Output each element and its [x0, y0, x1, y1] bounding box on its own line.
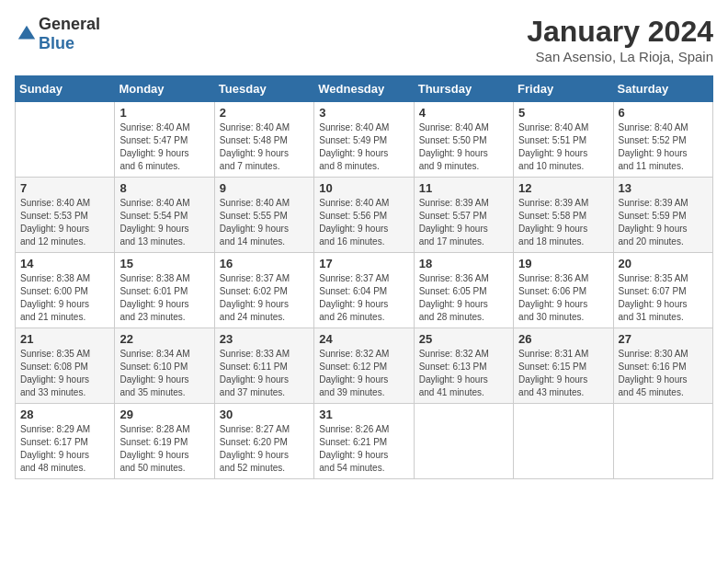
day-info: Sunrise: 8:39 AMSunset: 5:57 PMDaylight:…	[419, 197, 508, 248]
calendar-cell	[414, 404, 513, 479]
calendar-cell	[613, 404, 712, 479]
day-info: Sunrise: 8:40 AMSunset: 5:51 PMDaylight:…	[518, 121, 608, 173]
weekday-header-wednesday: Wednesday	[314, 76, 414, 102]
day-number: 11	[419, 181, 508, 195]
day-number: 16	[220, 257, 309, 270]
month-title: January 2024	[527, 15, 713, 49]
day-number: 17	[319, 257, 408, 270]
calendar-cell: 23Sunrise: 8:33 AMSunset: 6:11 PMDayligh…	[214, 328, 313, 404]
weekday-header-tuesday: Tuesday	[214, 76, 313, 102]
day-info: Sunrise: 8:31 AMSunset: 6:15 PMDaylight:…	[518, 348, 608, 399]
day-info: Sunrise: 8:39 AMSunset: 5:58 PMDaylight:…	[518, 197, 608, 248]
day-number: 19	[518, 257, 608, 270]
day-number: 8	[119, 181, 209, 195]
day-number: 6	[619, 106, 708, 120]
day-info: Sunrise: 8:40 AMSunset: 5:47 PMDaylight:…	[119, 121, 209, 173]
day-number: 22	[119, 332, 209, 346]
day-info: Sunrise: 8:38 AMSunset: 6:01 PMDaylight:…	[119, 272, 209, 324]
day-number: 12	[518, 181, 608, 195]
day-info: Sunrise: 8:40 AMSunset: 5:48 PMDaylight:…	[220, 121, 309, 173]
calendar-cell: 31Sunrise: 8:26 AMSunset: 6:21 PMDayligh…	[314, 404, 414, 479]
day-info: Sunrise: 8:33 AMSunset: 6:11 PMDaylight:…	[220, 348, 309, 399]
logo: General Blue	[15, 15, 100, 53]
day-info: Sunrise: 8:26 AMSunset: 6:21 PMDaylight:…	[319, 423, 408, 475]
calendar-cell: 3Sunrise: 8:40 AMSunset: 5:49 PMDaylight…	[314, 102, 414, 178]
day-number: 9	[220, 181, 309, 195]
day-number: 20	[619, 257, 708, 270]
day-info: Sunrise: 8:40 AMSunset: 5:53 PMDaylight:…	[20, 197, 109, 248]
calendar-cell	[16, 102, 115, 178]
calendar-week-row: 28Sunrise: 8:29 AMSunset: 6:17 PMDayligh…	[16, 404, 713, 479]
calendar-cell: 19Sunrise: 8:36 AMSunset: 6:06 PMDayligh…	[514, 253, 613, 328]
day-info: Sunrise: 8:29 AMSunset: 6:17 PMDaylight:…	[20, 423, 109, 475]
calendar-cell: 5Sunrise: 8:40 AMSunset: 5:51 PMDaylight…	[514, 102, 613, 178]
day-number: 25	[419, 332, 508, 346]
day-number: 4	[419, 106, 508, 120]
calendar-cell: 29Sunrise: 8:28 AMSunset: 6:19 PMDayligh…	[115, 404, 214, 479]
calendar-cell: 6Sunrise: 8:40 AMSunset: 5:52 PMDaylight…	[613, 102, 712, 178]
day-number: 2	[220, 106, 309, 120]
day-number: 30	[220, 408, 309, 421]
title-area: January 2024 San Asensio, La Rioja, Spai…	[527, 15, 713, 64]
header: General Blue January 2024 San Asensio, L…	[15, 15, 713, 64]
calendar-body: 1Sunrise: 8:40 AMSunset: 5:47 PMDaylight…	[16, 102, 713, 479]
day-info: Sunrise: 8:37 AMSunset: 6:04 PMDaylight:…	[319, 272, 408, 324]
day-number: 18	[419, 257, 508, 270]
calendar-header: SundayMondayTuesdayWednesdayThursdayFrid…	[16, 76, 713, 102]
day-number: 5	[518, 106, 608, 120]
day-number: 15	[119, 257, 209, 270]
day-number: 14	[20, 257, 109, 270]
day-info: Sunrise: 8:37 AMSunset: 6:02 PMDaylight:…	[220, 272, 309, 324]
weekday-header-thursday: Thursday	[414, 76, 513, 102]
day-info: Sunrise: 8:35 AMSunset: 6:07 PMDaylight:…	[619, 272, 708, 324]
day-info: Sunrise: 8:40 AMSunset: 5:52 PMDaylight:…	[619, 121, 708, 173]
calendar-cell: 4Sunrise: 8:40 AMSunset: 5:50 PMDaylight…	[414, 102, 513, 178]
calendar-cell: 21Sunrise: 8:35 AMSunset: 6:08 PMDayligh…	[16, 328, 115, 404]
day-number: 31	[319, 408, 408, 421]
calendar-cell: 18Sunrise: 8:36 AMSunset: 6:05 PMDayligh…	[414, 253, 513, 328]
calendar-cell: 28Sunrise: 8:29 AMSunset: 6:17 PMDayligh…	[16, 404, 115, 479]
calendar-cell: 10Sunrise: 8:40 AMSunset: 5:56 PMDayligh…	[314, 178, 414, 253]
calendar-cell: 11Sunrise: 8:39 AMSunset: 5:57 PMDayligh…	[414, 178, 513, 253]
day-number: 29	[119, 408, 209, 421]
day-number: 13	[619, 181, 708, 195]
day-number: 3	[319, 106, 408, 120]
calendar-week-row: 14Sunrise: 8:38 AMSunset: 6:00 PMDayligh…	[16, 253, 713, 328]
day-info: Sunrise: 8:36 AMSunset: 6:05 PMDaylight:…	[419, 272, 508, 324]
day-number: 7	[20, 181, 109, 195]
day-number: 26	[518, 332, 608, 346]
day-info: Sunrise: 8:35 AMSunset: 6:08 PMDaylight:…	[20, 348, 109, 399]
day-info: Sunrise: 8:34 AMSunset: 6:10 PMDaylight:…	[119, 348, 209, 399]
day-info: Sunrise: 8:32 AMSunset: 6:13 PMDaylight:…	[419, 348, 508, 399]
calendar-cell: 1Sunrise: 8:40 AMSunset: 5:47 PMDaylight…	[115, 102, 214, 178]
calendar-cell: 30Sunrise: 8:27 AMSunset: 6:20 PMDayligh…	[214, 404, 313, 479]
day-info: Sunrise: 8:28 AMSunset: 6:19 PMDaylight:…	[119, 423, 209, 475]
calendar-cell: 17Sunrise: 8:37 AMSunset: 6:04 PMDayligh…	[314, 253, 414, 328]
day-info: Sunrise: 8:40 AMSunset: 5:50 PMDaylight:…	[419, 121, 508, 173]
calendar-cell: 7Sunrise: 8:40 AMSunset: 5:53 PMDaylight…	[16, 178, 115, 253]
calendar-cell: 8Sunrise: 8:40 AMSunset: 5:54 PMDaylight…	[115, 178, 214, 253]
day-number: 27	[619, 332, 708, 346]
calendar-cell: 13Sunrise: 8:39 AMSunset: 5:59 PMDayligh…	[613, 178, 712, 253]
day-info: Sunrise: 8:40 AMSunset: 5:55 PMDaylight:…	[220, 197, 309, 248]
weekday-header-friday: Friday	[514, 76, 613, 102]
calendar-cell: 2Sunrise: 8:40 AMSunset: 5:48 PMDaylight…	[214, 102, 313, 178]
calendar-cell: 20Sunrise: 8:35 AMSunset: 6:07 PMDayligh…	[613, 253, 712, 328]
calendar-cell: 26Sunrise: 8:31 AMSunset: 6:15 PMDayligh…	[514, 328, 613, 404]
general-blue-icon	[17, 24, 37, 44]
calendar-cell: 24Sunrise: 8:32 AMSunset: 6:12 PMDayligh…	[314, 328, 414, 404]
calendar-cell: 9Sunrise: 8:40 AMSunset: 5:55 PMDaylight…	[214, 178, 313, 253]
calendar-week-row: 7Sunrise: 8:40 AMSunset: 5:53 PMDaylight…	[16, 178, 713, 253]
day-info: Sunrise: 8:30 AMSunset: 6:16 PMDaylight:…	[619, 348, 708, 399]
svg-marker-0	[18, 26, 35, 40]
calendar-week-row: 1Sunrise: 8:40 AMSunset: 5:47 PMDaylight…	[16, 102, 713, 178]
location-subtitle: San Asensio, La Rioja, Spain	[527, 49, 713, 64]
calendar-cell: 12Sunrise: 8:39 AMSunset: 5:58 PMDayligh…	[514, 178, 613, 253]
day-number: 23	[220, 332, 309, 346]
calendar-cell: 15Sunrise: 8:38 AMSunset: 6:01 PMDayligh…	[115, 253, 214, 328]
calendar-week-row: 21Sunrise: 8:35 AMSunset: 6:08 PMDayligh…	[16, 328, 713, 404]
day-info: Sunrise: 8:32 AMSunset: 6:12 PMDaylight:…	[319, 348, 408, 399]
day-number: 1	[119, 106, 209, 120]
calendar-cell: 22Sunrise: 8:34 AMSunset: 6:10 PMDayligh…	[115, 328, 214, 404]
day-info: Sunrise: 8:39 AMSunset: 5:59 PMDaylight:…	[619, 197, 708, 248]
